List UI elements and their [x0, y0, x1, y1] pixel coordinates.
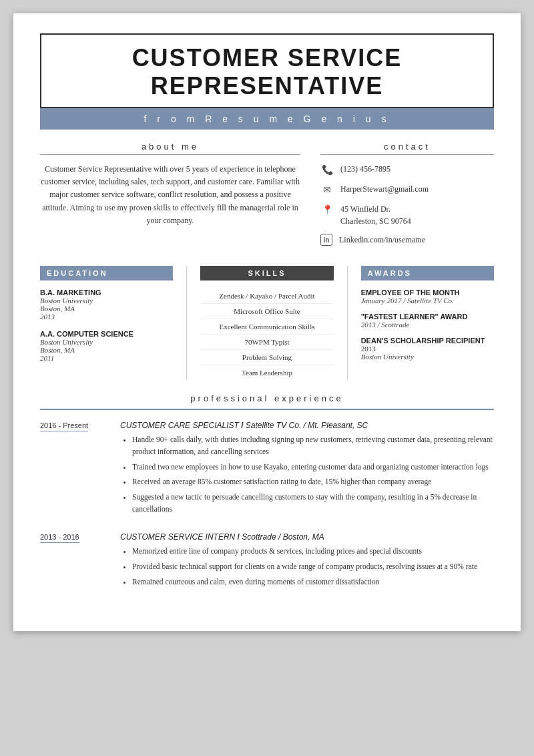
contact-heading: contact [320, 142, 494, 155]
skill-4: 70WPM Typist [200, 335, 333, 350]
bullet-2-1: Memorized entire line of company product… [132, 546, 494, 558]
award-detail-3-plain: 2013 [361, 345, 494, 353]
job-title-1: CUSTOMER CARE SPECIALIST / Satellite TV … [120, 421, 494, 430]
award-2: "FASTEST LEARNER" AWARD 2013 / Scottrade [361, 313, 494, 329]
job-bullets-2: Memorized entire line of company product… [120, 546, 494, 588]
three-col-section: EDUCATION B.A. MARKETING Boston Universi… [40, 266, 494, 380]
award-detail-3-italic: Boston University [361, 353, 494, 361]
phone-icon: 📞 [320, 163, 334, 176]
banner: f r o m R e s u m e G e n i u s [40, 108, 494, 130]
contact-phone: 📞 (123) 456-7895 [320, 163, 494, 176]
education-heading: EDUCATION [40, 266, 173, 280]
skill-1: Zendesk / Kayako / Parcel Audit [200, 289, 333, 304]
edu-degree-1: B.A. MARKETING [40, 289, 173, 297]
email-icon: ✉ [320, 183, 334, 196]
bullet-1-3: Received an average 85% customer satisfa… [132, 476, 494, 488]
job-entry-2: 2013 - 2016 CUSTOMER SERVICE INTERN / Sc… [40, 532, 494, 591]
email-address: HarperStewart@gmail.com [340, 183, 429, 195]
skill-5: Problem Solving [200, 350, 333, 365]
bullet-1-4: Suggested a new tactic to persuade cance… [132, 492, 494, 516]
contact-address: 📍 45 Winfield Dr. Charleston, SC 90764 [320, 203, 494, 227]
award-title-3: DEAN'S SCHOLARSHIP RECIPIENT [361, 337, 494, 345]
professional-experience-section: professional experience 2016 - Present C… [40, 393, 494, 591]
bullet-1-1: Handle 90+ calls daily, with duties incl… [132, 434, 494, 458]
bullet-1-2: Trained two new employees in how to use … [132, 461, 494, 474]
job-dates-1: 2016 - Present [40, 421, 107, 519]
about-contact-section: about me Customer Service Representative… [40, 142, 494, 252]
bullet-2-3: Remained courteous and calm, even during… [132, 576, 494, 588]
job-title-2: CUSTOMER SERVICE INTERN / Scottrade / Bo… [120, 532, 494, 542]
education-column: EDUCATION B.A. MARKETING Boston Universi… [40, 266, 187, 380]
edu-school-1: Boston University [40, 297, 173, 305]
award-3: DEAN'S SCHOLARSHIP RECIPIENT 2013 Boston… [361, 337, 494, 361]
contact-section: contact 📞 (123) 456-7895 ✉ HarperStewart… [320, 142, 494, 252]
about-text: Customer Service Representative with ove… [40, 163, 300, 227]
skill-6: Team Leadership [200, 365, 333, 380]
prof-exp-divider [40, 409, 494, 410]
linkedin-url: Linkedin.com/in/username [339, 234, 425, 246]
header-box: CUSTOMER SERVICE REPRESENTATIVE [40, 33, 494, 108]
prof-exp-heading: professional experience [40, 393, 494, 406]
about-section: about me Customer Service Representative… [40, 142, 300, 252]
award-detail-2: 2013 / Scottrade [361, 321, 494, 329]
linkedin-icon: in [320, 234, 332, 246]
contact-email: ✉ HarperStewart@gmail.com [320, 183, 494, 196]
contact-linkedin: in Linkedin.com/in/username [320, 234, 494, 246]
phone-number: (123) 456-7895 [340, 163, 390, 175]
edu-year-1: 2013 [40, 313, 173, 321]
job-entry-1: 2016 - Present CUSTOMER CARE SPECIALIST … [40, 421, 494, 519]
resume-document: CUSTOMER SERVICE REPRESENTATIVE f r o m … [13, 13, 521, 631]
location-icon: 📍 [320, 203, 334, 216]
job-content-1: CUSTOMER CARE SPECIALIST / Satellite TV … [120, 421, 494, 519]
skills-column: SKILLS Zendesk / Kayako / Parcel Audit M… [187, 266, 347, 380]
edu-entry-1: B.A. MARKETING Boston University Boston,… [40, 289, 173, 321]
edu-entry-2: A.A. COMPUTER SCIENCE Boston University … [40, 330, 173, 362]
award-1: EMPLOYEE OF THE MONTH January 2017 / Sat… [361, 289, 494, 305]
about-heading: about me [40, 142, 300, 155]
award-title-2: "FASTEST LEARNER" AWARD [361, 313, 494, 321]
award-detail-1: January 2017 / Satellite TV Co. [361, 297, 494, 305]
address-text: 45 Winfield Dr. Charleston, SC 90764 [340, 203, 411, 227]
skill-2: Microsoft Office Suite [200, 304, 333, 319]
job-bullets-1: Handle 90+ calls daily, with duties incl… [120, 434, 494, 516]
edu-location-2: Boston, MA [40, 346, 173, 354]
edu-school-2: Boston University [40, 338, 173, 346]
resume-title: CUSTOMER SERVICE REPRESENTATIVE [55, 44, 479, 100]
awards-heading: AWARDS [361, 266, 494, 280]
edu-year-2: 2011 [40, 354, 173, 362]
job-dates-2: 2013 - 2016 [40, 532, 107, 591]
edu-degree-2: A.A. COMPUTER SCIENCE [40, 330, 173, 338]
awards-column: AWARDS EMPLOYEE OF THE MONTH January 201… [348, 266, 494, 380]
skill-3: Excellent Communication Skills [200, 319, 333, 335]
edu-location-1: Boston, MA [40, 305, 173, 313]
skills-heading: SKILLS [200, 266, 333, 280]
job-content-2: CUSTOMER SERVICE INTERN / Scottrade / Bo… [120, 532, 494, 591]
bullet-2-2: Provided basic technical support for cli… [132, 561, 494, 573]
award-title-1: EMPLOYEE OF THE MONTH [361, 289, 494, 297]
